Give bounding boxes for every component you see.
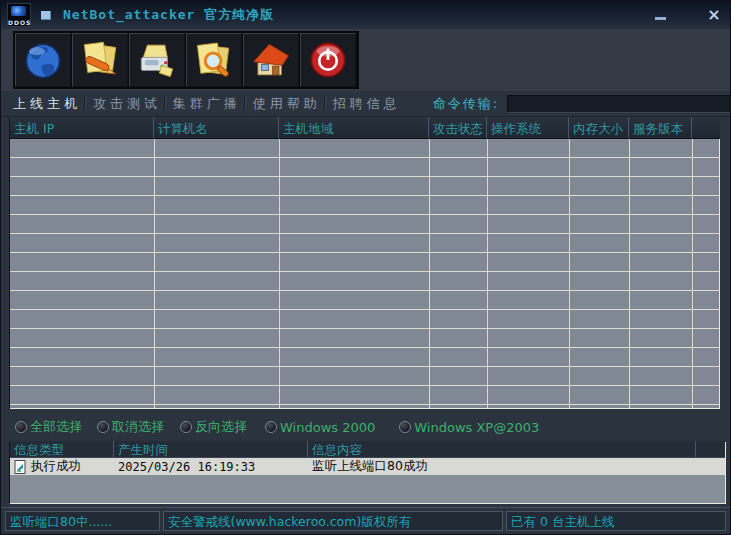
column-header-attack-status[interactable]: 攻击状态 [429, 117, 487, 138]
radio-label: Windows 2000 [280, 420, 375, 435]
menu-separator [164, 96, 166, 111]
column-header-service-version[interactable]: 服务版本 [629, 117, 692, 138]
menu-item-help[interactable]: 使用帮助 [253, 95, 321, 113]
app-icon: DDOS [7, 3, 31, 27]
menu-separator [244, 96, 246, 111]
close-button[interactable]: × [702, 4, 726, 26]
title-bar: DDOS NetBot_attacker 官方纯净版 × [1, 1, 731, 29]
log-item-icon [14, 460, 27, 474]
search-folder-icon [193, 39, 235, 81]
globe-icon [22, 39, 64, 81]
status-copyright: 安全警戒线(www.hackeroo.com)版权所有 [163, 511, 503, 531]
grid-line [279, 139, 280, 408]
grid-line [692, 139, 693, 408]
radio-icon [15, 421, 27, 433]
menu-item-recruit-info[interactable]: 招聘信息 [333, 95, 401, 113]
radio-icon [399, 421, 411, 433]
column-header-memory[interactable]: 内存大小 [569, 117, 629, 138]
column-header-empty [692, 117, 720, 138]
column-header-computer-name[interactable]: 计算机名 [154, 117, 279, 138]
host-table: 主机 IP 计算机名 主机地域 攻击状态 操作系统 内存大小 服务版本 [9, 117, 720, 409]
status-bar: 监听端口80中...... 安全警戒线(www.hackeroo.com)版权所… [1, 507, 731, 535]
app-icon-label: DDOS [8, 19, 30, 26]
column-header-message-type[interactable]: 信息类型 [10, 441, 114, 457]
radio-icon [265, 421, 277, 433]
radio-label: Windows XP@2003 [414, 420, 539, 435]
radio-invert-selection[interactable]: 反向选择 [180, 418, 247, 436]
menu-item-online-hosts[interactable]: 上线主机 [13, 95, 81, 113]
menu-separator [84, 96, 86, 111]
power-icon [307, 39, 349, 81]
radio-icon [180, 421, 192, 433]
column-header-message-content[interactable]: 信息内容 [308, 441, 696, 457]
grid-line [569, 139, 570, 408]
toolbar [1, 29, 731, 91]
home-icon [250, 39, 292, 81]
status-listening-port: 监听端口80中...... [5, 511, 160, 531]
menu-item-attack-test[interactable]: 攻击测试 [93, 95, 161, 113]
broadcast-button[interactable] [129, 33, 185, 87]
online-hosts-button[interactable] [15, 33, 71, 87]
search-button[interactable] [186, 33, 242, 87]
grid-line [629, 139, 630, 408]
column-header-os[interactable]: 操作系统 [487, 117, 569, 138]
message-log-table: 信息类型 产生时间 信息内容 执行成功 2025/03/26 16:19:33 … [9, 441, 725, 503]
radio-label: 全部选择 [30, 418, 82, 436]
log-content: 监听上线端口80成功 [308, 458, 696, 475]
column-header-empty [696, 441, 725, 457]
log-row[interactable]: 执行成功 2025/03/26 16:19:33 监听上线端口80成功 [10, 458, 725, 475]
log-type: 执行成功 [31, 458, 81, 475]
menu-bar: 上线主机 攻击测试 集群广播 使用帮助 招聘信息 命令传输: [1, 91, 731, 117]
help-home-button[interactable] [243, 33, 299, 87]
log-table-body: 执行成功 2025/03/26 16:19:33 监听上线端口80成功 [10, 458, 725, 503]
attack-test-button[interactable] [72, 33, 128, 87]
log-time: 2025/03/26 16:19:33 [114, 460, 308, 474]
toolbar-button-panel [13, 31, 359, 89]
radio-deselect[interactable]: 取消选择 [97, 418, 164, 436]
app-icon-image [11, 6, 26, 16]
compose-document-icon [79, 39, 121, 81]
selection-options-row: 全部选择 取消选择 反向选择 Windows 2000 Windows XP@2… [1, 414, 731, 440]
radio-windows-xp-2003[interactable]: Windows XP@2003 [399, 420, 539, 435]
grid-line [429, 139, 430, 408]
column-header-host-ip[interactable]: 主机 IP [10, 117, 154, 138]
radio-label: 取消选择 [112, 418, 164, 436]
radio-select-all[interactable]: 全部选择 [15, 418, 82, 436]
menu-separator [324, 96, 326, 111]
log-table-header: 信息类型 产生时间 信息内容 [10, 441, 725, 458]
printer-icon [136, 39, 178, 81]
title-decoration-square [41, 11, 51, 20]
grid-line [154, 139, 155, 408]
window-title: NetBot_attacker 官方纯净版 [63, 6, 274, 24]
grid-line [487, 139, 488, 408]
minimize-icon [655, 17, 666, 20]
app-window: DDOS NetBot_attacker 官方纯净版 × [0, 0, 731, 535]
radio-label: 反向选择 [195, 418, 247, 436]
column-header-host-region[interactable]: 主机地域 [279, 117, 429, 138]
radio-icon [97, 421, 109, 433]
minimize-button[interactable] [649, 3, 671, 25]
column-header-created-time[interactable]: 产生时间 [114, 441, 308, 457]
command-input[interactable] [507, 95, 731, 113]
status-online-hosts-count: 已有 0 台主机上线 [506, 511, 726, 531]
host-table-body[interactable] [10, 139, 720, 409]
command-transfer-label: 命令传输: [433, 95, 499, 113]
host-table-header: 主机 IP 计算机名 主机地域 攻击状态 操作系统 内存大小 服务版本 [10, 117, 720, 139]
menu-item-cluster-broadcast[interactable]: 集群广播 [173, 95, 241, 113]
exit-button[interactable] [300, 33, 356, 87]
radio-windows-2000[interactable]: Windows 2000 [265, 420, 375, 435]
